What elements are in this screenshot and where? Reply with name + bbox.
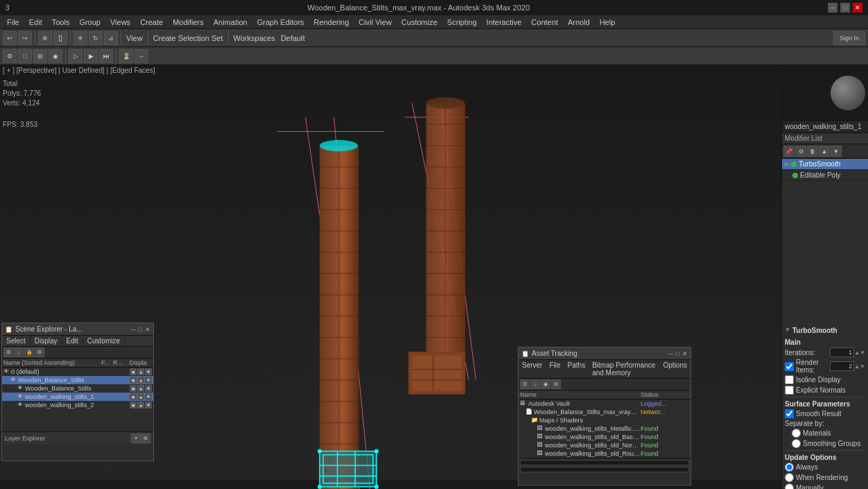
ts-iterations-spinner[interactable]: ▲▼ (854, 350, 865, 356)
mod-up-btn[interactable]: ▲ (819, 146, 830, 157)
tb2-btn1[interactable]: ⚙ (3, 49, 17, 63)
se-item[interactable]: 👁wooden_walking_stilts_2■●★ (2, 401, 153, 409)
at-menu-options[interactable]: Options (660, 360, 691, 378)
menu-item-scripting[interactable]: Scripting (443, 17, 481, 27)
at-item[interactable]: 🖼wooden_walking_stilts_old_Normal.pngFou… (519, 441, 691, 449)
viewport[interactable]: [ + ] [Perspective] | User Defined] | [E… (0, 65, 781, 489)
close-button[interactable]: ✕ (853, 3, 862, 12)
se-item[interactable]: 👁Wooden_Balance_Stilts■●★ (2, 384, 153, 393)
at-menu-server[interactable]: Server (519, 360, 546, 378)
at-item[interactable]: 🖼wooden_walking_stilts_Metallic.pngFound (519, 424, 691, 433)
mod-config-btn[interactable]: ⚙ (795, 146, 806, 157)
at-item[interactable]: 🖼wooden_walking_stilts_old_BaseColor.png… (519, 433, 691, 441)
ts-materials-radio[interactable] (792, 429, 801, 438)
verts-value: 4,124 (22, 99, 40, 107)
at-menu-file[interactable]: File (546, 360, 564, 378)
ts-explicit-check[interactable] (785, 386, 794, 395)
minimize-button[interactable]: ─ (828, 3, 837, 12)
maximize-button[interactable]: □ (840, 3, 850, 12)
signin-button[interactable]: Sign In (833, 31, 865, 45)
tb2-btn4[interactable]: ◉ (49, 49, 62, 63)
ts-smoothing-radio[interactable] (792, 439, 801, 448)
menu-item-animation[interactable]: Animation (209, 17, 252, 27)
at-tb-btn4[interactable]: ⚙ (551, 379, 561, 389)
menu-item-interactive[interactable]: Interactive (483, 17, 526, 27)
asset-tracking-col-headers: Name Status (519, 391, 691, 400)
menu-item-create[interactable]: Create (136, 17, 167, 27)
tb2-btn2[interactable]: □ (18, 49, 32, 63)
tb2-btn3[interactable]: ⊞ (33, 49, 47, 63)
se-tb-lock[interactable]: 🔒 (24, 348, 34, 357)
move-button[interactable]: ✛ (73, 31, 87, 45)
at-item[interactable]: 📁Maps / Shaders (519, 416, 691, 424)
se-footer-btn1[interactable]: ≡ (131, 434, 141, 443)
select-by-name-button[interactable]: [] (53, 31, 67, 45)
menu-item-modifiers[interactable]: Modifiers (168, 17, 208, 27)
menu-item-rendering[interactable]: Rendering (310, 17, 354, 27)
at-item[interactable]: 🏛Autodesk VaultLogged... (519, 400, 691, 408)
ts-render-items-input[interactable] (830, 361, 854, 371)
tb2-timeslider[interactable]: ↔ (134, 49, 148, 63)
default-label: Default (279, 34, 307, 42)
menu-item-graph-editors[interactable]: Graph Editors (253, 17, 309, 27)
ts-render-spinner[interactable]: ▲▼ (854, 363, 865, 370)
tb2-btn5[interactable]: ▷ (69, 49, 83, 63)
menu-item-file[interactable]: File (3, 17, 24, 27)
se-tb-options[interactable]: ⚙ (35, 348, 44, 357)
at-minimize[interactable]: ─ (668, 350, 672, 357)
se-close[interactable]: ✕ (145, 326, 150, 333)
menu-item-civil-view[interactable]: Civil View (354, 17, 395, 27)
mod-down-btn[interactable]: ▼ (831, 146, 842, 157)
menu-item-views[interactable]: Views (106, 17, 134, 27)
ts-when-rendering-radio[interactable] (785, 473, 794, 482)
select-object-button[interactable]: ⊕ (38, 31, 52, 45)
menu-item-edit[interactable]: Edit (25, 17, 46, 27)
mod-delete-btn[interactable]: 🗑 (807, 146, 818, 157)
scale-button[interactable]: ⊿ (104, 31, 118, 45)
se-tab-customize[interactable]: Customize (83, 336, 125, 346)
se-item[interactable]: 👁0 (default)■●★ (2, 368, 153, 376)
menu-item-content[interactable]: Content (527, 17, 562, 27)
menu-item-help[interactable]: Help (596, 17, 620, 27)
se-col-r: F... (99, 359, 112, 366)
se-tab-edit[interactable]: Edit (62, 336, 83, 346)
menu-item-tools[interactable]: Tools (48, 17, 74, 27)
se-tb-filter[interactable]: ☰ (3, 348, 13, 357)
se-minimize[interactable]: ─ (131, 326, 135, 333)
se-item[interactable]: 👁Wooden_Balance_Stilts■●★ (2, 376, 153, 384)
se-tb-sort[interactable]: ↕ (14, 348, 24, 357)
undo-button[interactable]: ↩ (3, 31, 17, 45)
at-menu-paths[interactable]: Paths (564, 360, 589, 378)
at-tb-btn1[interactable]: ☰ (520, 379, 530, 389)
ts-manually-radio[interactable] (785, 483, 794, 489)
at-item[interactable]: 🖼wooden_walking_stilts_old_Roughness.png… (519, 449, 691, 458)
ts-render-items-check[interactable] (785, 362, 794, 371)
menu-item-customize[interactable]: Customize (397, 17, 442, 27)
at-tb-btn3[interactable]: ◉ (541, 379, 550, 389)
rotate-button[interactable]: ↻ (89, 31, 103, 45)
at-item[interactable]: 📄Wooden_Balance_Stilts_max_vray.maxNetwo… (519, 408, 691, 416)
mod-item-turbosmooth[interactable]: ▶TurboSmooth (782, 159, 868, 170)
se-item[interactable]: 👁wooden_walking_stilts_1■●★ (2, 393, 153, 401)
ts-isoline-check[interactable] (785, 375, 794, 384)
menu-item-arnold[interactable]: Arnold (564, 17, 594, 27)
tb2-btn6[interactable]: ▶ (84, 49, 98, 63)
at-menu-bitmap-performance-and-memory[interactable]: Bitmap Performance and Memory (589, 360, 659, 378)
redo-button[interactable]: ↪ (18, 31, 32, 45)
mod-pin-btn[interactable]: 📌 (783, 146, 795, 157)
menu-item-group[interactable]: Group (75, 17, 105, 27)
tb2-keytime[interactable]: ⌛ (119, 49, 133, 63)
se-maximize[interactable]: □ (139, 326, 142, 333)
ts-iterations-input[interactable] (830, 348, 854, 357)
ts-always-radio[interactable] (785, 463, 794, 472)
at-close[interactable]: ✕ (682, 350, 688, 357)
mod-item-editable poly[interactable]: Editable Poly (782, 170, 868, 181)
at-tb-btn2[interactable]: ↕ (530, 379, 540, 389)
se-tab-display[interactable]: Display (31, 336, 62, 346)
tb2-btn7[interactable]: ⏭ (99, 49, 113, 63)
ts-always-row: Always (785, 463, 865, 472)
at-maximize[interactable]: □ (676, 350, 679, 357)
ts-smooth-check[interactable] (785, 409, 794, 418)
se-tab-select[interactable]: Select (2, 336, 31, 346)
se-footer-btn2[interactable]: ⊞ (141, 434, 150, 443)
